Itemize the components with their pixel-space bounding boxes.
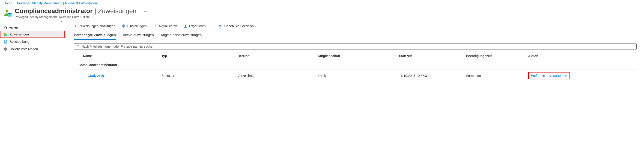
sidebar-item-label: Beschreibung [10,40,30,43]
svg-point-21 [123,25,124,26]
chevron-right-icon: › [14,1,15,5]
refresh-button[interactable]: Aktualisieren [153,24,177,28]
svg-point-20 [122,25,125,27]
document-icon [4,40,8,43]
th-scope[interactable]: Bereich [238,54,318,58]
search-icon [76,45,80,48]
cell-membership: Direkt [318,74,399,78]
row-actions: Entfernen | Aktualisieren [528,72,570,79]
sidebar: « Verwalten Zuweisungen Be [0,19,64,82]
member-name-link[interactable]: Grady Archie [88,74,106,78]
page-subtitle: Privileged Identity Management | Microso… [15,15,148,19]
table-group-header: Complianceadministrator [74,60,636,70]
assignments-icon [4,32,8,36]
collapse-sidebar-button[interactable]: « [60,19,62,22]
update-button[interactable]: Aktualisieren [548,74,567,78]
sidebar-item-assignments[interactable]: Zuweisungen [0,31,64,38]
svg-point-29 [77,45,79,47]
svg-point-3 [4,33,6,34]
breadcrumb-parent[interactable]: Privileged Identity Management | Microso… [17,1,97,5]
toolbar-label: Exportieren [189,24,206,28]
svg-rect-2 [8,13,12,14]
download-icon [184,24,187,28]
toolbar-label: Haben Sie Feedback? [224,24,256,28]
page-title-section: Zuweisungen [98,7,136,15]
svg-point-28 [220,25,221,26]
svg-line-14 [4,48,5,48]
tabs: Berechtigte Zuweisungen Aktive Zuweisung… [74,31,638,40]
breadcrumb-home[interactable]: Home [4,1,12,5]
cell-type: Benutzer [162,74,238,78]
toolbar-divider [212,24,212,28]
search-input[interactable] [82,45,634,48]
sidebar-section-label: Verwalten [0,21,64,31]
th-type[interactable]: Typ [162,54,238,58]
svg-rect-4 [6,34,7,36]
tab-eligible-assignments[interactable]: Berechtigte Zuweisungen [74,31,116,40]
toolbar-label: Einstellungen [127,24,147,28]
refresh-icon [153,24,157,28]
export-button[interactable]: Exportieren [184,24,206,28]
th-membership[interactable]: Mitgliedschaft [318,54,399,58]
th-action: Aktion [528,54,636,58]
settings-button[interactable]: Einstellungen [122,24,147,28]
page-title-role: Complianceadministrator [15,7,93,15]
gear-icon [122,24,126,28]
toolbar: Zuweisungen hinzufügen Einstellungen Akt… [74,23,638,31]
sidebar-item-label: Rolleneinstellungen [10,47,38,51]
sidebar-item-role-settings[interactable]: Rolleneinstellungen [0,45,64,53]
svg-line-16 [4,50,5,50]
svg-line-17 [6,48,7,48]
cell-scope: Verzeichnis [238,74,318,78]
more-actions-button[interactable]: ··· [144,9,147,13]
search-container [74,43,636,49]
svg-line-15 [6,50,7,50]
table-row: Grady Archie Benutzer Verzeichnis Direkt… [74,70,636,82]
role-icon [4,9,12,17]
plus-icon [74,24,78,28]
gear-icon [4,47,8,51]
sidebar-item-label: Zuweisungen [10,32,29,36]
assignments-table: Name Typ Bereich Mitgliedschaft Startzei… [74,52,636,82]
toolbar-label: Aktualisieren [159,24,177,28]
th-name[interactable]: Name [83,54,162,58]
cell-end-time: Permanent [466,74,528,78]
tab-active-assignments[interactable]: Aktive Zuweisungen [123,31,154,40]
table-header-row: Name Typ Bereich Mitgliedschaft Startzei… [74,52,636,60]
feedback-button[interactable]: Haben Sie Feedback? [219,24,256,28]
cell-start-time: 16.10.2023 10:57:31 [399,74,466,78]
title-separator: | [94,7,96,15]
tab-expired-assignments[interactable]: Abgelaufene Zuweisungen [161,31,202,40]
main-content: Zuweisungen hinzufügen Einstellungen Akt… [64,19,644,82]
svg-point-9 [5,49,6,49]
page-header: Complianceadministrator | Zuweisungen ··… [0,7,644,19]
remove-button[interactable]: Entfernen [531,74,545,78]
th-end[interactable]: Beendigungszeit [466,54,528,58]
action-separator: | [546,74,547,78]
svg-point-0 [6,10,8,12]
sidebar-item-description[interactable]: Beschreibung [0,38,64,45]
th-start[interactable]: Startzeit [399,54,466,58]
svg-line-30 [79,47,80,48]
add-assignments-button[interactable]: Zuweisungen hinzufügen [74,24,115,28]
feedback-icon [219,24,222,28]
toolbar-label: Zuweisungen hinzufügen [79,24,115,28]
breadcrumb: Home › Privileged Identity Management | … [0,0,644,7]
